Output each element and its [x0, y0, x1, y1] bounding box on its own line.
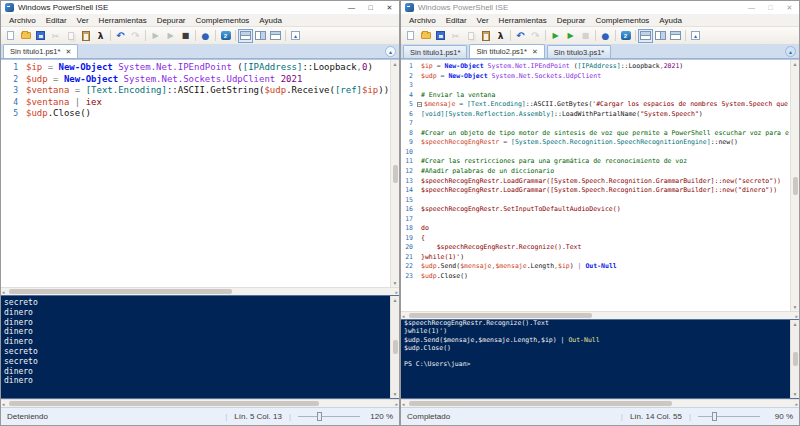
- zoom-slider[interactable]: [298, 416, 360, 417]
- scrollbar-thumb[interactable]: [409, 313, 592, 318]
- paste-button[interactable]: [78, 29, 93, 43]
- stop-operation-button[interactable]: ■: [178, 29, 193, 43]
- copy-button[interactable]: [63, 29, 78, 43]
- code-area[interactable]: $ip = New-Object System.Net.IPEndPoint (…: [21, 60, 390, 287]
- paste-button[interactable]: [478, 29, 493, 43]
- menu-item-complementos[interactable]: Complementos: [591, 16, 655, 25]
- maximize-button[interactable]: □: [761, 1, 780, 14]
- scroll-down-arrow-icon[interactable]: ▼: [393, 280, 398, 286]
- scrollbar-thumb[interactable]: [793, 177, 798, 195]
- undo-button[interactable]: ↶: [113, 29, 128, 43]
- code-area[interactable]: $ip = New-Object System.Net.IPEndPoint (…: [416, 60, 790, 311]
- show-script-pane-top-button[interactable]: [638, 29, 653, 43]
- scroll-down-arrow-icon[interactable]: ▼: [793, 391, 798, 397]
- tab-close-icon[interactable]: ✕: [65, 48, 71, 56]
- code-fold-collapse-icon[interactable]: −: [417, 102, 422, 107]
- console-horizontal-scrollbar[interactable]: ◂▸: [401, 399, 799, 407]
- scroll-left-arrow-icon[interactable]: ◂: [402, 400, 405, 408]
- redo-button[interactable]: ↷: [128, 29, 143, 43]
- console-horizontal-scrollbar[interactable]: ◂▸: [1, 399, 399, 407]
- show-script-pane-right-button[interactable]: [653, 29, 668, 43]
- menu-item-herramientas[interactable]: Herramientas: [94, 16, 152, 25]
- menu-item-depurar[interactable]: Depurar: [552, 16, 591, 25]
- console-output[interactable]: secretodinerodinerodinerodinerosecretose…: [1, 296, 390, 398]
- console-output[interactable]: $speechRecogEngRestr.Recognize().Text}wh…: [401, 320, 790, 398]
- run-script-button[interactable]: ▶: [148, 29, 163, 43]
- new-script-button[interactable]: [3, 29, 18, 43]
- tab-1[interactable]: Sin título1.ps1*✕: [3, 44, 78, 58]
- zoom-slider-thumb[interactable]: [317, 412, 322, 421]
- menu-item-archivo[interactable]: Archivo: [4, 16, 41, 25]
- scroll-left-arrow-icon[interactable]: ◂: [402, 312, 405, 320]
- menu-item-complementos[interactable]: Complementos: [191, 16, 255, 25]
- scroll-up-arrow-icon[interactable]: ▲: [793, 321, 798, 327]
- scroll-down-arrow-icon[interactable]: ▼: [393, 391, 398, 397]
- editor-horizontal-scrollbar[interactable]: ◂▸: [401, 311, 799, 319]
- zoom-slider-thumb[interactable]: [712, 412, 717, 421]
- menu-item-editar[interactable]: Editar: [441, 16, 472, 25]
- collapse-script-pane-icon[interactable]: ▴: [785, 46, 796, 57]
- scroll-right-arrow-icon[interactable]: ▸: [395, 400, 398, 408]
- menu-item-editar[interactable]: Editar: [41, 16, 72, 25]
- clear-console-pane-button[interactable]: λ: [93, 29, 108, 43]
- save-script-button[interactable]: [433, 29, 448, 43]
- editor-vertical-scrollbar[interactable]: ▲▼: [390, 60, 399, 287]
- menu-item-ver[interactable]: Ver: [472, 16, 494, 25]
- toggle-script-pane-button[interactable]: ▲: [288, 29, 303, 43]
- collapse-script-pane-icon[interactable]: ▴: [385, 46, 396, 57]
- tab-close-icon[interactable]: ✕: [532, 48, 538, 56]
- copy-button[interactable]: [463, 29, 478, 43]
- scroll-right-arrow-icon[interactable]: ▸: [795, 400, 798, 408]
- scroll-up-arrow-icon[interactable]: ▲: [393, 61, 398, 67]
- scroll-right-arrow-icon[interactable]: ▸: [795, 312, 798, 320]
- close-button[interactable]: ✕: [780, 1, 799, 14]
- scrollbar-thumb[interactable]: [9, 401, 319, 406]
- run-script-button[interactable]: ▶: [548, 29, 563, 43]
- scrollbar-thumb[interactable]: [9, 289, 232, 294]
- run-selection-button[interactable]: ▶: [163, 29, 178, 43]
- open-script-button[interactable]: [418, 29, 433, 43]
- start-powershell-button[interactable]: 2: [218, 29, 233, 43]
- zoom-slider[interactable]: [698, 416, 760, 417]
- scrollbar-thumb[interactable]: [793, 352, 798, 366]
- cut-button[interactable]: ✂: [448, 29, 463, 43]
- stop-operation-button[interactable]: ■: [578, 29, 593, 43]
- maximize-button[interactable]: □: [361, 1, 380, 14]
- menu-item-ayuda[interactable]: Ayuda: [654, 16, 687, 25]
- toggle-script-pane-button[interactable]: ▲: [688, 29, 703, 43]
- scroll-up-arrow-icon[interactable]: ▲: [793, 61, 798, 67]
- start-powershell-button[interactable]: 2: [618, 29, 633, 43]
- open-script-button[interactable]: [18, 29, 33, 43]
- menu-item-ver[interactable]: Ver: [72, 16, 94, 25]
- scrollbar-thumb[interactable]: [409, 401, 672, 406]
- menu-item-herramientas[interactable]: Herramientas: [494, 16, 552, 25]
- new-script-button[interactable]: [403, 29, 418, 43]
- scroll-right-arrow-icon[interactable]: ▸: [395, 288, 398, 296]
- scrollbar-thumb[interactable]: [393, 165, 398, 183]
- menu-item-archivo[interactable]: Archivo: [404, 16, 441, 25]
- editor-horizontal-scrollbar[interactable]: ◂▸: [1, 287, 399, 295]
- scrollbar-thumb[interactable]: [393, 340, 398, 354]
- new-remote-powershell-tab-button[interactable]: ●: [598, 29, 613, 43]
- show-script-pane-maximized-button[interactable]: [668, 29, 683, 43]
- new-remote-powershell-tab-button[interactable]: ●: [198, 29, 213, 43]
- run-selection-button[interactable]: ▶: [563, 29, 578, 43]
- console-vertical-scrollbar[interactable]: ▲▼: [390, 296, 399, 398]
- minimize-button[interactable]: —: [742, 1, 761, 14]
- tab-1[interactable]: Sin título1.ps1*: [403, 45, 467, 58]
- cut-button[interactable]: ✂: [48, 29, 63, 43]
- menu-item-ayuda[interactable]: Ayuda: [254, 16, 287, 25]
- minimize-button[interactable]: —: [342, 1, 361, 14]
- clear-console-pane-button[interactable]: λ: [493, 29, 508, 43]
- show-script-pane-maximized-button[interactable]: [268, 29, 283, 43]
- scroll-left-arrow-icon[interactable]: ◂: [2, 400, 5, 408]
- undo-button[interactable]: ↶: [513, 29, 528, 43]
- show-script-pane-right-button[interactable]: [253, 29, 268, 43]
- editor-vertical-scrollbar[interactable]: ▲▼: [790, 60, 799, 311]
- menu-item-depurar[interactable]: Depurar: [152, 16, 191, 25]
- scroll-left-arrow-icon[interactable]: ◂: [2, 288, 5, 296]
- console-vertical-scrollbar[interactable]: ▲▼: [790, 320, 799, 398]
- save-script-button[interactable]: [33, 29, 48, 43]
- tab-3[interactable]: Sin título3.ps1*: [547, 45, 611, 58]
- show-script-pane-top-button[interactable]: [238, 29, 253, 43]
